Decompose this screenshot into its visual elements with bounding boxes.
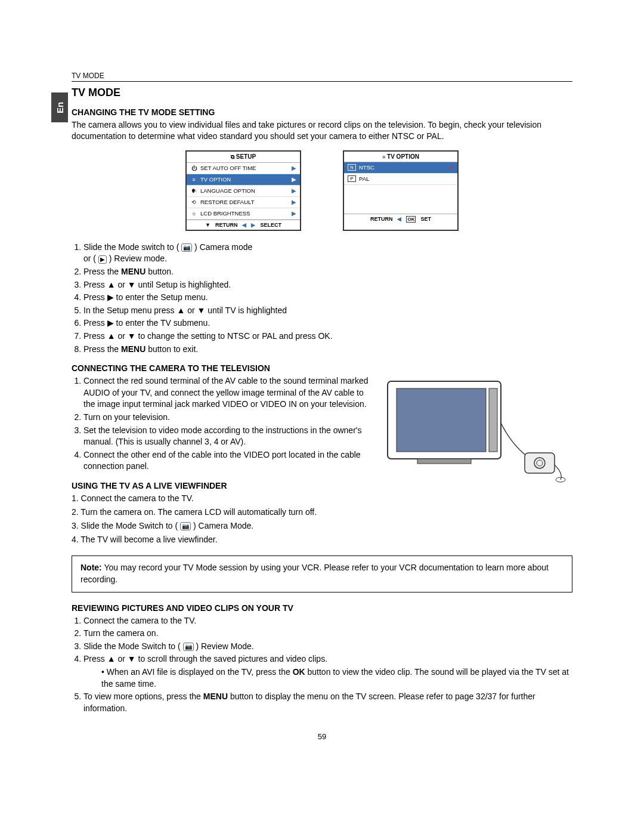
section-heading-2: CONNECTING THE CAMERA TO THE TELEVISION (72, 363, 572, 373)
svg-rect-1 (397, 388, 486, 452)
right-icon: ▶ (251, 222, 255, 228)
svg-rect-3 (417, 459, 471, 464)
step: Slide the Mode switch to ( 📷 ) Camera mo… (83, 242, 572, 265)
list-icon: ≡ (382, 154, 385, 160)
setup-title-icon: ⧉ (231, 154, 234, 160)
camera-icon: 📷 (180, 522, 191, 530)
setup-footer: ▼ RETURN ◀ ▶ SELECT (187, 220, 300, 230)
section1-steps: Slide the Mode switch to ( 📷 ) Camera mo… (83, 242, 572, 355)
option-item-1: PPAL (344, 174, 457, 185)
text: Connect the camera to the TV. (81, 493, 194, 503)
menu-label: MENU (203, 692, 228, 701)
section1-intro: The camera allows you to view individual… (72, 119, 572, 142)
text: Press the (83, 267, 121, 276)
header-rule (72, 81, 572, 82)
menu-diagrams: ⧉ SETUP ⏻SET AUTO OFF TIME▶ ≡TV OPTION▶ … (72, 150, 572, 231)
text: Turn the camera on. The camera LCD will … (80, 507, 317, 517)
step: Press the MENU button to exit. (83, 344, 572, 356)
header-label: TV MODE (72, 72, 572, 80)
ok-icon: OK (406, 216, 416, 223)
option-item-0: NNTSC✔ (344, 162, 457, 174)
sub-step: When an AVI file is displayed on the TV,… (101, 666, 572, 690)
arrow-right-icon: ▶ (292, 176, 296, 183)
camera-icon: 📷 (181, 243, 192, 252)
setup-item-label: RESTORE DEFAULT (200, 199, 254, 205)
setup-item-1: ≡TV OPTION▶ (187, 174, 300, 186)
step: In the Setup menu press ▲ or ▼ until TV … (83, 305, 572, 317)
step: Press the MENU button. (83, 266, 572, 278)
list-icon: ≡ (190, 177, 197, 183)
check-icon: ✔ (449, 164, 454, 171)
left-icon: ◀ (397, 216, 401, 223)
text: Press ▲ or ▼ to scroll through the saved… (83, 654, 327, 663)
section4-steps: Connect the camera to the TV. Turn the c… (83, 615, 572, 715)
step: 3. Slide the Mode Switch to ( 📷 ) Camera… (72, 520, 572, 532)
setup-item-label: SET AUTO OFF TIME (200, 165, 256, 171)
text: button. (145, 267, 174, 276)
arrow-right-icon: ▶ (292, 187, 296, 194)
tv-camera-illustration (382, 375, 572, 483)
ok-label: OK (293, 667, 305, 677)
language-tab: En (51, 92, 68, 122)
text: The TV will become a live viewfinder. (80, 535, 217, 544)
option-item-label: PAL (359, 175, 369, 182)
footer-return: RETURN (215, 222, 238, 228)
power-icon: ⏻ (190, 165, 197, 171)
setup-item-label: TV OPTION (200, 176, 231, 183)
footer-select: SELECT (260, 222, 281, 228)
setup-item-2: 🗣LANGUAGE OPTION▶ (187, 186, 300, 197)
svg-rect-2 (489, 388, 497, 452)
option-item-label: NTSC (359, 164, 374, 171)
step: Connect the camera to the TV. (83, 615, 572, 627)
pal-icon: P (348, 175, 356, 182)
step: Turn the camera on. (83, 628, 572, 640)
section-heading-1: CHANGING THE TV MODE SETTING (72, 107, 572, 117)
text: To view more options, press the (83, 692, 203, 701)
option-title: TV OPTION (387, 153, 419, 160)
page-title: TV MODE (72, 87, 572, 99)
note-text: You may record your TV Mode session by u… (80, 563, 549, 584)
brightness-icon: ☼ (190, 211, 197, 217)
spacer (344, 185, 457, 214)
step: 2. Turn the camera on. The camera LCD wi… (72, 507, 572, 518)
step: 1. Connect the camera to the TV. (72, 493, 572, 504)
setup-menu-diagram: ⧉ SETUP ⏻SET AUTO OFF TIME▶ ≡TV OPTION▶ … (185, 150, 301, 231)
down-icon: ▼ (205, 222, 210, 228)
restore-icon: ⟲ (190, 199, 197, 205)
camera-icon: 📷 (183, 643, 194, 651)
text: Press the (83, 344, 121, 354)
setup-item-label: LANGUAGE OPTION (200, 187, 255, 194)
step: Press ▲ or ▼ until Setup is highlighted. (83, 279, 572, 291)
left-icon: ◀ (242, 222, 246, 228)
text: When an AVI file is displayed on the TV,… (107, 667, 293, 677)
text: button to exit. (145, 344, 198, 354)
step: Slide the Mode Switch to ( 📷 ) Review Mo… (83, 641, 572, 653)
svg-rect-4 (525, 453, 555, 473)
note-box: Note: You may record your TV Mode sessio… (72, 555, 572, 592)
menu-label: MENU (121, 344, 145, 354)
footer-set: SET (420, 216, 431, 223)
step: Press ▶ to enter the Setup menu. (83, 292, 572, 304)
page-number: 59 (72, 732, 572, 741)
menu-label: MENU (121, 267, 145, 276)
setup-item-label: LCD BRIGHTNESS (200, 210, 250, 217)
ntsc-icon: N (348, 164, 356, 171)
arrow-right-icon: ▶ (292, 165, 296, 171)
step: Press ▲ or ▼ to change the setting to NT… (83, 331, 572, 342)
sub-bullets: When an AVI file is displayed on the TV,… (101, 666, 572, 690)
section3-steps: 1. Connect the camera to the TV. 2. Turn… (72, 493, 572, 545)
step: Press ▲ or ▼ to scroll through the saved… (83, 653, 572, 690)
footer-return: RETURN (370, 216, 393, 223)
play-icon: ▶ (98, 255, 107, 264)
tv-option-diagram: ≡ TV OPTION NNTSC✔ PPAL RETURN ◀ OK SET (343, 150, 459, 231)
arrow-right-icon: ▶ (292, 210, 296, 217)
speech-icon: 🗣 (190, 188, 197, 194)
setup-item-3: ⟲RESTORE DEFAULT▶ (187, 197, 300, 208)
setup-title: SETUP (236, 153, 256, 160)
section-heading-4: REVIEWING PICTURES AND VIDEO CLIPS ON YO… (72, 603, 572, 613)
setup-item-0: ⏻SET AUTO OFF TIME▶ (187, 163, 300, 174)
note-label: Note: (80, 563, 102, 572)
arrow-right-icon: ▶ (292, 199, 296, 205)
step: 4. The TV will become a live viewfinder. (72, 534, 572, 545)
setup-item-4: ☼LCD BRIGHTNESS▶ (187, 208, 300, 220)
